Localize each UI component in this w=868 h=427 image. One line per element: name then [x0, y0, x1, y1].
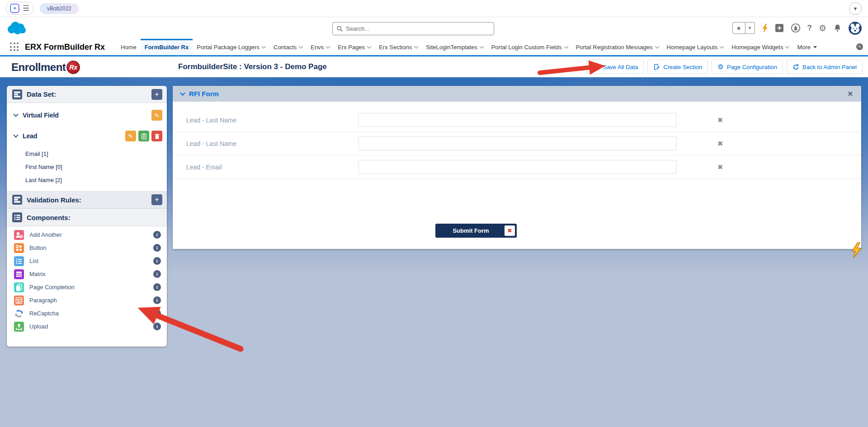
- save-all-data-button[interactable]: Save All Data: [587, 60, 644, 74]
- info-icon[interactable]: i: [153, 231, 161, 239]
- create-section-button[interactable]: Create Section: [647, 60, 708, 74]
- info-icon[interactable]: i: [153, 257, 161, 265]
- browser-tab-label: vBob2022: [47, 5, 71, 12]
- search-input[interactable]: [346, 25, 494, 32]
- tab-contacts[interactable]: Contacts: [269, 39, 307, 55]
- tab-erx-pages[interactable]: Erx Pages: [334, 39, 375, 55]
- tab-home[interactable]: Home: [117, 39, 141, 55]
- info-icon[interactable]: i: [153, 296, 161, 304]
- add-validation-rule-button[interactable]: +: [151, 194, 162, 205]
- tab-homepage-widgets[interactable]: Homepage Widgets: [727, 39, 793, 55]
- browser-extension-pill[interactable]: ✦ ☰: [5, 2, 34, 15]
- tab-erx-sections[interactable]: Erx Sections: [375, 39, 422, 55]
- list-icon: [14, 256, 24, 266]
- component-add-another[interactable]: Add Another i: [7, 228, 167, 241]
- info-icon[interactable]: i: [153, 310, 161, 317]
- browser-tab-vbob2022[interactable]: vBob2022: [40, 3, 79, 14]
- component-list[interactable]: List i: [7, 254, 167, 267]
- component-page-completion[interactable]: Page Completion i: [7, 281, 167, 294]
- chevron-down-icon[interactable]: [326, 44, 330, 48]
- help-icon[interactable]: ?: [807, 23, 812, 33]
- edit-pencil-icon-button[interactable]: ✎: [125, 131, 136, 141]
- chevron-down-icon[interactable]: [299, 44, 303, 48]
- add-data-set-button[interactable]: +: [151, 89, 162, 100]
- global-search: [332, 22, 494, 35]
- app-launcher-icon[interactable]: [10, 42, 19, 52]
- chevron-down-icon[interactable]: [262, 44, 266, 48]
- chevron-down-icon[interactable]: [13, 132, 18, 137]
- chevron-down-icon[interactable]: [367, 44, 372, 48]
- info-icon[interactable]: i: [153, 283, 161, 291]
- edit-pencil-icon-button[interactable]: ✎: [151, 110, 162, 121]
- remove-field-icon[interactable]: ✖: [716, 140, 725, 148]
- field-email-1[interactable]: Email [1]: [7, 147, 167, 160]
- tab-portal-package-loggers[interactable]: Portal Package Loggers: [193, 39, 269, 55]
- chevron-down-icon[interactable]: [813, 46, 817, 48]
- submit-form-button[interactable]: Submit Form ✖: [435, 224, 517, 238]
- delete-icon-button[interactable]: [151, 131, 162, 141]
- notifications-bell-icon[interactable]: [833, 23, 842, 33]
- tab-sitelogintemplates[interactable]: SiteLoginTemplates: [422, 39, 487, 55]
- trailhead-icon[interactable]: [791, 23, 801, 33]
- logo-text: Enrollment: [11, 61, 66, 74]
- tab-formbuilder-rx[interactable]: FormBuilder Rx: [141, 39, 193, 55]
- tab-envs[interactable]: Envs: [307, 39, 334, 55]
- validation-rules-icon: [12, 195, 22, 205]
- component-button[interactable]: Button i: [7, 241, 167, 254]
- remove-field-icon[interactable]: ✖: [716, 163, 725, 171]
- copy-icon-button[interactable]: [138, 131, 149, 141]
- info-icon[interactable]: i: [153, 323, 161, 330]
- form-section-panel: RFI Form ✖ Lead - Last Name ✖ Lead - Las…: [173, 86, 861, 249]
- header-icon-row: ★ ▼ ? ⚙: [732, 22, 862, 34]
- hamburger-menu-icon[interactable]: ☰: [23, 5, 29, 12]
- form-field-input[interactable]: [358, 160, 677, 174]
- chevron-down-icon[interactable]: [180, 90, 185, 95]
- nav-edit-pencil-icon[interactable]: ✎: [856, 43, 863, 50]
- lightning-icon[interactable]: [762, 23, 768, 33]
- form-field-input[interactable]: [358, 113, 677, 127]
- group-lead[interactable]: Lead ✎: [7, 127, 167, 145]
- chevron-down-icon[interactable]: [785, 44, 790, 48]
- chevron-down-icon[interactable]: [479, 44, 484, 48]
- field-first-name-0[interactable]: First Name [0]: [7, 160, 167, 174]
- upload-icon: [14, 322, 24, 332]
- favorites-caret-icon[interactable]: ▼: [745, 22, 755, 34]
- form-field-input[interactable]: [358, 136, 677, 150]
- remove-submit-icon[interactable]: ✖: [505, 225, 515, 236]
- info-icon[interactable]: i: [153, 270, 161, 278]
- sparkle-icon[interactable]: ✦: [10, 4, 19, 13]
- form-section-close-icon[interactable]: ✖: [847, 90, 853, 98]
- chevron-down-icon[interactable]: [655, 44, 659, 48]
- favorites-star-icon[interactable]: ★: [732, 22, 745, 34]
- button-icon: [14, 243, 24, 253]
- flow-lightning-icon[interactable]: [851, 242, 863, 260]
- chevron-down-icon[interactable]: [564, 44, 568, 48]
- remove-field-icon[interactable]: ✖: [716, 116, 725, 124]
- avatar[interactable]: [849, 22, 862, 35]
- component-paragraph[interactable]: Paragraph i: [7, 294, 167, 307]
- back-to-admin-panel-button[interactable]: Back to Admin Panel: [787, 60, 863, 74]
- components-icon: [12, 212, 22, 222]
- tab-portal-registration-messages[interactable]: Portal Registration Messages: [572, 39, 663, 55]
- chevron-down-icon[interactable]: [13, 112, 18, 117]
- salesforce-cloud-logo[interactable]: [6, 21, 26, 37]
- chevron-down-icon[interactable]: [414, 44, 419, 48]
- data-set-groups: Virtual Field ✎ Lead ✎ Email [1]First Na…: [7, 107, 167, 187]
- browser-dropdown-button[interactable]: ▼: [849, 2, 862, 15]
- chevron-down-icon[interactable]: [720, 44, 724, 48]
- data-set-label: Data Set:: [27, 90, 147, 98]
- component-upload[interactable]: Upload i: [7, 320, 167, 333]
- tab-more[interactable]: More: [793, 39, 821, 55]
- component-matrix[interactable]: Matrix i: [7, 267, 167, 281]
- page-configuration-button[interactable]: ⚙ Page Configuration: [712, 60, 783, 74]
- add-icon[interactable]: [775, 23, 784, 33]
- setup-gear-icon[interactable]: ⚙: [819, 23, 826, 33]
- tab-portal-login-custom-fields[interactable]: Portal Login Custom Fields: [487, 39, 572, 55]
- field-last-name-2[interactable]: Last Name [2]: [7, 174, 167, 187]
- component-recaptcha[interactable]: ReCaptcha i: [7, 307, 167, 320]
- matrix-icon: [14, 269, 24, 279]
- group-virtual-field[interactable]: Virtual Field ✎: [7, 107, 167, 124]
- info-icon[interactable]: i: [153, 244, 161, 252]
- tab-homepage-layouts[interactable]: Homepage Layouts: [663, 39, 728, 55]
- form-section-title: RFI Form: [189, 90, 219, 98]
